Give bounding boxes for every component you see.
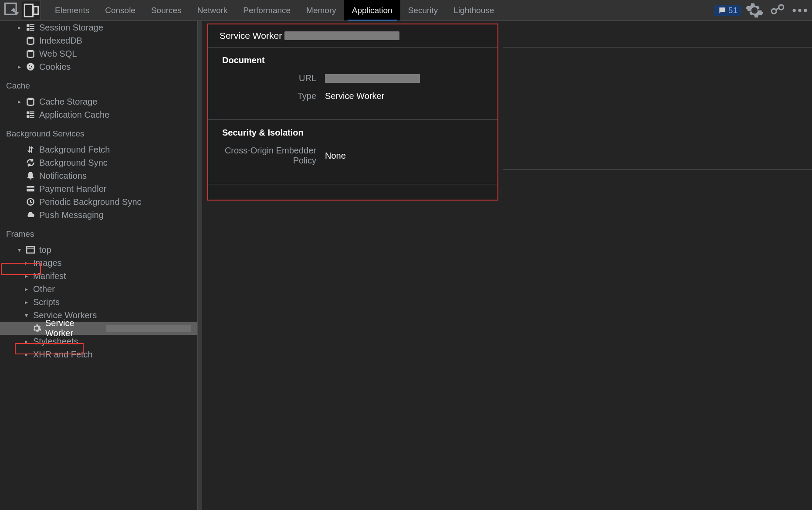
sidebar-item-websql[interactable]: Web SQL [0, 47, 197, 60]
tab-sources[interactable]: Sources [143, 0, 189, 20]
tab-performance[interactable]: Performance [235, 0, 298, 20]
collapse-triangle-icon: ▾ [24, 312, 29, 319]
tab-security[interactable]: Security [400, 0, 446, 20]
svg-rect-24 [27, 115, 29, 118]
sidebar-item-label: Service Worker [45, 318, 102, 338]
svg-point-6 [798, 9, 801, 12]
expand-triangle-icon: ▸ [24, 351, 29, 358]
sidebar-item-application-cache[interactable]: Application Cache [0, 108, 197, 121]
divider [503, 47, 812, 48]
settings-button[interactable] [745, 1, 764, 20]
coep-value: None [325, 151, 346, 161]
expand-triangle-icon: ▸ [24, 338, 29, 345]
sidebar-item-manifest[interactable]: ▸ Manifest [0, 269, 197, 282]
collapse-triangle-icon: ▾ [17, 246, 22, 253]
sidebar-item-label: IndexedDB [39, 36, 82, 46]
service-worker-panel: Service Worker Document URL Type Service… [208, 24, 497, 200]
svg-rect-23 [30, 113, 34, 114]
database-icon [26, 97, 35, 106]
sidebar-item-background-fetch[interactable]: Background Fetch [0, 143, 197, 156]
more-menu-button[interactable] [790, 1, 809, 20]
svg-rect-12 [30, 28, 34, 29]
svg-rect-8 [27, 24, 29, 27]
sidebar-item-label: Payment Handler [39, 184, 107, 194]
sidebar-item-cache-storage[interactable]: ▸ Cache Storage [0, 95, 197, 108]
sidebar-item-periodic-background-sync[interactable]: Periodic Background Sync [0, 195, 197, 208]
svg-rect-13 [30, 30, 34, 31]
svg-point-14 [27, 37, 34, 39]
inspect-element-button[interactable] [3, 1, 22, 20]
sidebar-item-label: Background Sync [39, 158, 108, 168]
toggle-device-toolbar-button[interactable] [22, 1, 41, 20]
console-error-badge[interactable]: 51 [714, 5, 741, 16]
sidebar-item-label: Cache Storage [39, 97, 97, 107]
sync-icon [26, 158, 35, 167]
svg-rect-10 [30, 26, 34, 27]
svg-point-15 [27, 50, 34, 52]
devices-button[interactable] [768, 1, 787, 20]
security-section: Security & Isolation Cross-Origin Embedd… [208, 120, 497, 184]
svg-rect-25 [30, 115, 34, 116]
sidebar-item-label: Application Cache [39, 110, 109, 120]
sidebar-item-notifications[interactable]: Notifications [0, 169, 197, 182]
sidebar-splitter[interactable] [198, 21, 202, 510]
tab-network[interactable]: Network [189, 0, 236, 20]
sidebar-item-xhr-fetch[interactable]: ▸ XHR and Fetch [0, 348, 197, 361]
svg-point-5 [793, 9, 796, 12]
document-section-title: Document [222, 55, 484, 65]
sidebar-item-label: Background Fetch [39, 145, 110, 155]
svg-rect-30 [27, 247, 34, 253]
sidebar-item-scripts[interactable]: ▸ Scripts [0, 296, 197, 309]
sidebar-item-cookies[interactable]: ▸ Cookies [0, 60, 197, 73]
sidebar-item-session-storage[interactable]: ▸ Session Storage [0, 21, 197, 34]
sidebar-item-background-sync[interactable]: Background Sync [0, 156, 197, 169]
window-icon [26, 245, 35, 254]
expand-spacer [17, 211, 22, 218]
gear-icon [32, 324, 41, 333]
tab-elements[interactable]: Elements [47, 0, 97, 20]
sidebar-item-images[interactable]: ▸ Images [0, 256, 197, 269]
svg-point-19 [29, 68, 30, 69]
svg-rect-9 [30, 24, 34, 26]
database-icon [26, 49, 35, 58]
expand-spacer [17, 50, 22, 57]
security-section-title: Security & Isolation [222, 128, 484, 138]
cloud-icon [26, 211, 35, 219]
message-icon [718, 6, 727, 15]
sidebar-item-label: Stylesheets [33, 337, 78, 347]
type-label: Type [222, 91, 316, 101]
sidebar-item-other[interactable]: ▸ Other [0, 282, 197, 296]
transfer-icon [26, 145, 35, 154]
divider [503, 169, 812, 170]
expand-triangle-icon: ▸ [24, 259, 29, 266]
sidebar-item-payment-handler[interactable]: Payment Handler [0, 182, 197, 195]
svg-point-20 [27, 98, 34, 100]
sidebar-item-indexeddb[interactable]: IndexedDB [0, 34, 197, 47]
sidebar-item-label: top [39, 245, 51, 255]
sidebar-section-cache: Cache [0, 73, 197, 95]
sidebar-item-label: Notifications [39, 171, 87, 181]
sidebar-item-push-messaging[interactable]: Push Messaging [0, 208, 197, 221]
tab-memory[interactable]: Memory [298, 0, 344, 20]
svg-point-18 [31, 66, 32, 68]
tab-console[interactable]: Console [97, 0, 143, 20]
sidebar-item-label: Manifest [33, 271, 66, 281]
sidebar-item-top-frame[interactable]: ▾ top [0, 243, 197, 256]
panel-footer-spacer [208, 184, 497, 200]
tab-application[interactable]: Application [344, 0, 400, 20]
sidebar-item-label: Cookies [39, 62, 71, 72]
expand-spacer [17, 172, 22, 179]
svg-rect-1 [24, 4, 33, 17]
application-sidebar: ▸ Session Storage IndexedDB Web SQL ▸ Co… [0, 21, 198, 510]
expand-spacer [17, 185, 22, 192]
sidebar-item-service-worker-detail[interactable]: Service Worker [0, 322, 197, 335]
tab-lighthouse[interactable]: Lighthouse [446, 0, 502, 20]
expand-spacer [17, 198, 22, 205]
url-label: URL [222, 73, 316, 83]
expand-spacer [17, 146, 22, 153]
database-icon [26, 36, 35, 45]
type-value: Service Worker [325, 91, 384, 101]
svg-point-17 [29, 65, 30, 66]
session-storage-icon [26, 23, 35, 32]
document-section: Document URL Type Service Worker [208, 48, 497, 120]
